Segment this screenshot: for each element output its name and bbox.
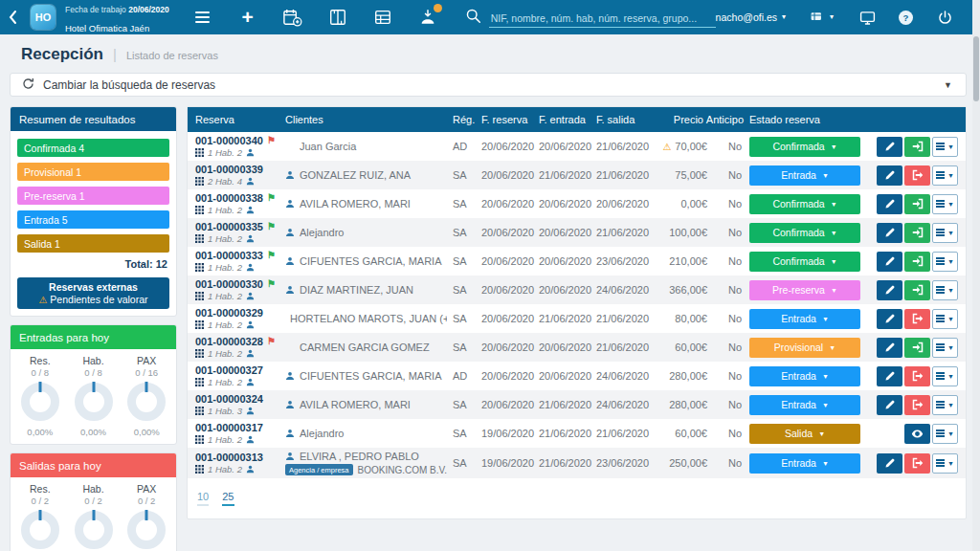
planning-icon[interactable] [327, 7, 348, 28]
client-name[interactable]: Alejandro [300, 227, 344, 238]
rack-list-icon[interactable] [372, 7, 393, 28]
col-f-entrada[interactable]: F. entrada [539, 114, 596, 125]
client-name[interactable]: GONZALEZ RUIZ, ANA [300, 169, 411, 181]
edit-button[interactable] [877, 453, 902, 474]
client-name[interactable]: HORTELANO MAROTS, JUAN (+2) [290, 313, 447, 324]
page-size-25[interactable]: 25 [222, 491, 234, 506]
row-menu-button[interactable]: ▼ [932, 395, 958, 415]
col-f-salida[interactable]: F. salida [596, 114, 654, 125]
client-name[interactable]: AVILA ROMERO, MARI [300, 198, 411, 209]
client-name[interactable]: CIFUENTES GARCIA, MARIA [300, 370, 442, 382]
reservation-id[interactable]: 001-00000317 [195, 422, 285, 433]
col-f-reserva[interactable]: F. reserva [481, 114, 539, 125]
edit-button[interactable] [877, 366, 902, 386]
reservation-status-button[interactable]: Entrada▼ [749, 366, 860, 386]
checkout-button[interactable] [904, 309, 930, 329]
edit-button[interactable] [877, 137, 902, 157]
edit-button[interactable] [877, 395, 902, 415]
reservation-id[interactable]: 001-00000327 [195, 364, 285, 376]
reservation-status-button[interactable]: Entrada▼ [749, 309, 860, 329]
row-menu-button[interactable]: ▼ [932, 194, 958, 214]
client-name[interactable]: CARMEN GARCIA GOMEZ [300, 342, 430, 353]
edit-button[interactable] [877, 309, 902, 329]
edit-button[interactable] [877, 280, 902, 300]
status-filter-salida[interactable]: Salida 1 [17, 234, 169, 253]
col-reserva[interactable]: Reserva [195, 114, 285, 125]
reservation-status-button[interactable]: Confirmada▼ [749, 194, 860, 214]
client-name[interactable]: Juan Garcia [300, 141, 356, 152]
client-name[interactable]: Alejandro [300, 428, 344, 439]
reservation-status-button[interactable]: Pre-reserva▼ [749, 280, 860, 300]
reservation-status-button[interactable]: Entrada▼ [749, 453, 860, 474]
status-filter-pre-reserva[interactable]: Pre-reserva 1 [17, 187, 169, 205]
reservation-status-button[interactable]: Entrada▼ [749, 395, 860, 415]
checkin-button[interactable] [904, 137, 930, 157]
user-menu[interactable]: nacho@ofi.es▾ [716, 11, 786, 23]
page-size-10[interactable]: 10 [197, 491, 209, 506]
checkout-button[interactable] [904, 165, 930, 186]
checkin-button[interactable] [904, 223, 930, 243]
change-search-toggle[interactable]: Cambiar la búsqueda de reservas ▼ [10, 73, 967, 97]
new-reservation-icon[interactable]: + [237, 7, 258, 28]
row-menu-button[interactable]: ▼ [932, 338, 958, 358]
reservation-id[interactable]: 001-00000338⚑ [195, 192, 285, 204]
reservation-status-button[interactable]: Confirmada▼ [749, 223, 860, 243]
reservation-id[interactable]: 001-00000329 [195, 307, 285, 319]
row-menu-button[interactable]: ▼ [932, 309, 958, 329]
help-icon[interactable]: ? [899, 11, 913, 25]
row-menu-button[interactable]: ▼ [932, 252, 958, 272]
edit-button[interactable] [877, 338, 902, 358]
reservation-id[interactable]: 001-00000335⚑ [195, 221, 285, 232]
client-name[interactable]: AVILA ROMERO, MARI [300, 399, 411, 410]
chevron-down-icon[interactable]: ▼ [944, 80, 952, 90]
col-anticipo[interactable]: Anticipo [706, 114, 749, 125]
booking-calendar-icon[interactable] [282, 7, 303, 28]
client-name[interactable]: DIAZ MARTINEZ, JUAN [300, 284, 413, 296]
edit-button[interactable] [877, 252, 902, 272]
reservation-id[interactable]: 001-00000328⚑ [195, 336, 285, 347]
reservation-status-button[interactable]: Entrada▼ [749, 165, 860, 186]
edit-button[interactable] [877, 223, 902, 243]
row-menu-button[interactable]: ▼ [932, 453, 958, 474]
arrivals-inbox-icon[interactable] [417, 7, 438, 28]
power-icon[interactable] [934, 7, 955, 28]
status-filter-confirmada[interactable]: Confirmada 4 [17, 139, 169, 157]
external-reservations-button[interactable]: Reservas externas ⚠ Pendientes de valora… [17, 277, 169, 309]
checkout-button[interactable] [904, 395, 930, 415]
page-scrollbar[interactable] [972, 0, 980, 551]
checkout-button[interactable] [904, 453, 930, 474]
reservation-status-button[interactable]: Confirmada▼ [749, 137, 860, 157]
display-icon[interactable] [857, 7, 878, 28]
row-menu-button[interactable]: ▼ [932, 366, 958, 386]
reservation-status-button[interactable]: Confirmada▼ [749, 252, 860, 272]
reservation-id[interactable]: 001-00000313 [195, 452, 285, 463]
status-filter-entrada[interactable]: Entrada 5 [17, 210, 169, 229]
checkin-button[interactable] [904, 252, 930, 272]
col-regimen[interactable]: Rég. [453, 114, 481, 125]
row-menu-button[interactable]: ▼ [932, 165, 958, 186]
reservation-id[interactable]: 001-00000340⚑ [195, 135, 285, 146]
global-search-input[interactable] [489, 10, 716, 28]
app-logo[interactable]: HO [31, 5, 56, 30]
back-icon[interactable] [8, 8, 21, 27]
col-estado[interactable]: Estado reserva [749, 114, 866, 125]
col-clientes[interactable]: Clientes [285, 114, 453, 125]
edit-button[interactable] [877, 194, 902, 214]
row-menu-button[interactable]: ▼ [932, 223, 958, 243]
reservation-status-button[interactable]: Salida▼ [749, 424, 860, 444]
row-menu-button[interactable]: ▼ [932, 424, 958, 444]
checkin-button[interactable] [904, 338, 930, 358]
col-precio[interactable]: Precio [674, 114, 709, 125]
client-name[interactable]: CIFUENTES GARCIA, MARIA [300, 255, 442, 267]
scrollbar-thumb[interactable] [973, 36, 979, 101]
search-icon[interactable] [465, 8, 481, 28]
reservation-id[interactable]: 001-00000330⚑ [195, 278, 285, 290]
reservation-status-button[interactable]: Provisional▼ [749, 338, 860, 358]
view-button[interactable] [904, 424, 930, 444]
checkout-button[interactable] [904, 366, 930, 386]
reservation-id[interactable]: 001-00000324 [195, 393, 285, 405]
edit-button[interactable] [877, 165, 902, 186]
status-filter-provisional[interactable]: Provisional 1 [17, 163, 169, 181]
row-menu-button[interactable]: ▼ [932, 137, 958, 157]
reservation-id[interactable]: 001-00000333⚑ [195, 250, 285, 261]
